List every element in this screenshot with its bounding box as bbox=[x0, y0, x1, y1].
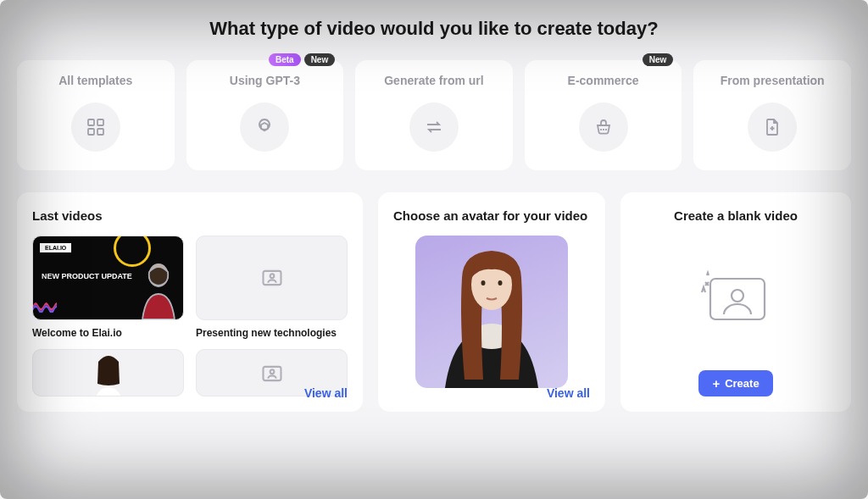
new-badge: New bbox=[304, 53, 336, 66]
plus-icon: + bbox=[712, 377, 720, 390]
grid-icon bbox=[71, 103, 120, 152]
video-thumbnail: ELAI.IO NEW PRODUCT UPDATE bbox=[32, 236, 184, 320]
category-gpt3[interactable]: Beta New Using GPT-3 bbox=[186, 60, 344, 170]
panels-row: Last videos ELAI.IO NEW PRODUCT UPDATE W… bbox=[17, 192, 851, 413]
create-button-label: Create bbox=[725, 377, 759, 390]
svg-point-11 bbox=[481, 280, 486, 286]
category-title: Generate from url bbox=[364, 74, 504, 87]
view-all-link[interactable]: View all bbox=[304, 386, 348, 400]
video-label: Presenting new technologies bbox=[196, 327, 348, 339]
category-title: From presentation bbox=[702, 74, 843, 87]
video-thumbnail bbox=[196, 236, 348, 320]
svg-point-6 bbox=[270, 274, 274, 278]
view-all-link[interactable]: View all bbox=[547, 386, 590, 400]
category-ecommerce[interactable]: New E-commerce bbox=[525, 60, 682, 170]
svg-point-12 bbox=[498, 280, 503, 286]
new-badge: New bbox=[643, 53, 674, 66]
category-row: All templates Beta New Using GPT-3 Gener… bbox=[17, 60, 851, 170]
category-title: Using GPT-3 bbox=[195, 74, 336, 87]
page-heading: What type of video would you like to cre… bbox=[17, 17, 851, 42]
panel-last-videos: Last videos ELAI.IO NEW PRODUCT UPDATE W… bbox=[17, 192, 363, 413]
panel-choose-avatar: Choose an avatar for your video View all bbox=[378, 192, 605, 413]
beta-badge: Beta bbox=[269, 53, 301, 66]
svg-rect-2 bbox=[88, 129, 94, 135]
basket-icon bbox=[579, 103, 628, 152]
svg-point-9 bbox=[270, 369, 274, 374]
thumb-tag: ELAI.IO bbox=[40, 243, 71, 252]
category-presentation[interactable]: From presentation bbox=[693, 60, 851, 170]
video-thumbnail[interactable] bbox=[32, 349, 184, 396]
category-from-url[interactable]: Generate from url bbox=[355, 60, 513, 170]
panel-blank-video: Create a blank video + Create bbox=[620, 192, 851, 413]
panel-title: Create a blank video bbox=[636, 208, 836, 225]
svg-rect-13 bbox=[710, 279, 765, 319]
svg-rect-3 bbox=[97, 129, 103, 135]
video-label: Welcome to Elai.io bbox=[32, 327, 184, 339]
blank-video-icon bbox=[636, 236, 836, 362]
video-item[interactable]: ELAI.IO NEW PRODUCT UPDATE Welcome to El… bbox=[32, 236, 184, 339]
video-item[interactable]: Presenting new technologies bbox=[196, 236, 348, 339]
panel-title: Choose an avatar for your video bbox=[393, 208, 590, 225]
category-title: All templates bbox=[25, 74, 166, 87]
avatar-preview[interactable] bbox=[415, 236, 568, 388]
file-plus-icon bbox=[748, 103, 797, 152]
category-title: E-commerce bbox=[533, 74, 674, 87]
panel-title: Last videos bbox=[32, 208, 348, 225]
svg-rect-0 bbox=[88, 119, 94, 125]
svg-rect-1 bbox=[97, 119, 103, 125]
category-all-templates[interactable]: All templates bbox=[17, 60, 175, 170]
openai-icon bbox=[240, 103, 289, 152]
create-button[interactable]: + Create bbox=[698, 370, 772, 396]
thumb-headline: NEW PRODUCT UPDATE bbox=[42, 272, 132, 280]
swap-icon bbox=[409, 103, 459, 152]
svg-point-14 bbox=[732, 290, 743, 302]
